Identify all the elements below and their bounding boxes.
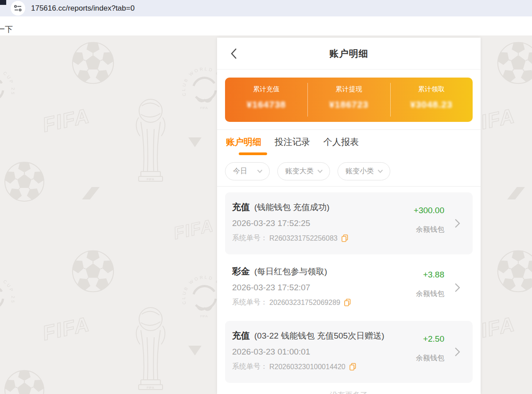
panel-header: 账户明细: [217, 38, 481, 70]
copy-button[interactable]: [349, 363, 356, 371]
summary-total-withdraw: 累计提现 ¥186723: [307, 78, 390, 122]
txn-wallet: 余额钱包: [416, 354, 444, 363]
txn-description: (每日红包参与领取): [254, 266, 327, 277]
transaction-row[interactable]: 彩金 (每日红包参与领取) 2026-03-23 17:52:07 系统单号： …: [225, 257, 473, 319]
txn-description: (03-22 钱能钱包 充值505次日赠送): [254, 330, 384, 342]
copy-icon: [342, 234, 348, 242]
summary-banner: 累计充值 ¥164738 累计提现 ¥186723 累计领取 ¥3048.23: [225, 78, 473, 122]
txn-datetime: 2026-03-23 17:52:25: [232, 218, 406, 228]
txn-order-label: 系统单号：: [232, 234, 268, 243]
txn-wallet: 余额钱包: [414, 225, 444, 234]
summary-value-blurred: ¥164738: [247, 99, 286, 110]
tab-account-detail[interactable]: 账户明细: [226, 136, 261, 148]
filters-bar: 今日 账变大类 账变小类: [217, 162, 481, 187]
tabs-bar: 账户明细 投注记录 个人报表: [217, 130, 481, 155]
txn-order-number: R2603231752256083: [269, 234, 338, 242]
account-detail-panel: 账户明细 累计充值 ¥164738 累计提现 ¥186723 累计领取 ¥304…: [217, 38, 481, 394]
tune-icon: [14, 5, 22, 12]
window-corner: [0, 0, 6, 5]
txn-type: 彩金: [232, 265, 250, 277]
filter-major-type-dropdown[interactable]: 账变大类: [277, 162, 330, 180]
txn-order-label: 系统单号：: [232, 362, 268, 371]
filter-date-dropdown[interactable]: 今日: [225, 162, 270, 180]
filter-label: 今日: [233, 167, 247, 176]
txn-order-label: 系统单号：: [232, 298, 268, 307]
no-more-text: 没有更多了: [217, 390, 481, 394]
summary-total-claimed: 累计领取 ¥3048.23: [390, 78, 473, 122]
screen: FIFA FIFA CLUB WORLD CUP 25: [0, 0, 532, 394]
tab-bet-records[interactable]: 投注记录: [275, 136, 310, 148]
summary-label: 累计提现: [335, 85, 362, 94]
copy-button[interactable]: [342, 234, 348, 242]
copy-icon: [349, 363, 356, 371]
summary-label: 累计充值: [253, 85, 280, 94]
filter-label: 账变大类: [285, 167, 314, 176]
url-text[interactable]: 175616.cc/reports/index?tab=0: [31, 0, 135, 16]
summary-section: 累计充值 ¥164738 累计提现 ¥186723 累计领取 ¥3048.23: [217, 70, 481, 130]
txn-type: 充值: [232, 201, 250, 213]
chevron-left-icon: [230, 48, 237, 59]
active-tab-underline: [239, 152, 267, 155]
page-title: 账户明细: [330, 47, 369, 60]
chevron-right-icon: [454, 218, 460, 228]
filter-label: 账变小类: [346, 167, 374, 176]
txn-wallet: 余额钱包: [416, 289, 444, 299]
txn-order-number: R202603230100014420: [269, 363, 346, 371]
chevron-right-icon: [454, 347, 460, 357]
txn-amount: +2.50: [416, 334, 444, 344]
back-button[interactable]: [230, 47, 242, 60]
txn-type: 充值: [232, 330, 250, 342]
transaction-row[interactable]: 充值 (钱能钱包 充值成功) 2026-03-23 17:52:25 系统单号：…: [225, 192, 473, 254]
summary-total-deposit: 累计充值 ¥164738: [225, 78, 307, 122]
summary-label: 累计领取: [418, 85, 445, 94]
filter-minor-type-dropdown[interactable]: 账变小类: [338, 162, 390, 180]
clipped-corner-text: 一下: [0, 24, 13, 35]
chevron-right-icon: [454, 283, 460, 293]
summary-value-blurred: ¥186723: [329, 99, 369, 110]
tab-personal-report[interactable]: 个人报表: [323, 136, 359, 148]
txn-datetime: 2026-03-23 01:00:01: [232, 347, 406, 357]
browser-url-bar: 175616.cc/reports/index?tab=0: [0, 0, 532, 16]
transaction-row[interactable]: 充值 (03-22 钱能钱包 充值505次日赠送) 2026-03-23 01:…: [225, 321, 473, 383]
txn-datetime: 2026-03-23 17:52:07: [232, 283, 406, 293]
page-top-strip: 一下: [0, 16, 532, 35]
txn-amount: +3.88: [416, 270, 444, 280]
txn-amount: +300.00: [414, 206, 444, 215]
txn-order-number: 202603231752069289: [269, 299, 340, 307]
chevron-down-icon: [257, 169, 263, 173]
summary-value-blurred: ¥3048.23: [410, 99, 453, 110]
site-info-button[interactable]: [11, 1, 25, 16]
txn-description: (钱能钱包 充值成功): [254, 202, 330, 213]
copy-button[interactable]: [344, 299, 351, 306]
chevron-down-icon: [377, 169, 383, 173]
transaction-list: 充值 (钱能钱包 充值成功) 2026-03-23 17:52:25 系统单号：…: [217, 192, 481, 383]
chevron-down-icon: [317, 169, 323, 173]
copy-icon: [344, 299, 351, 306]
